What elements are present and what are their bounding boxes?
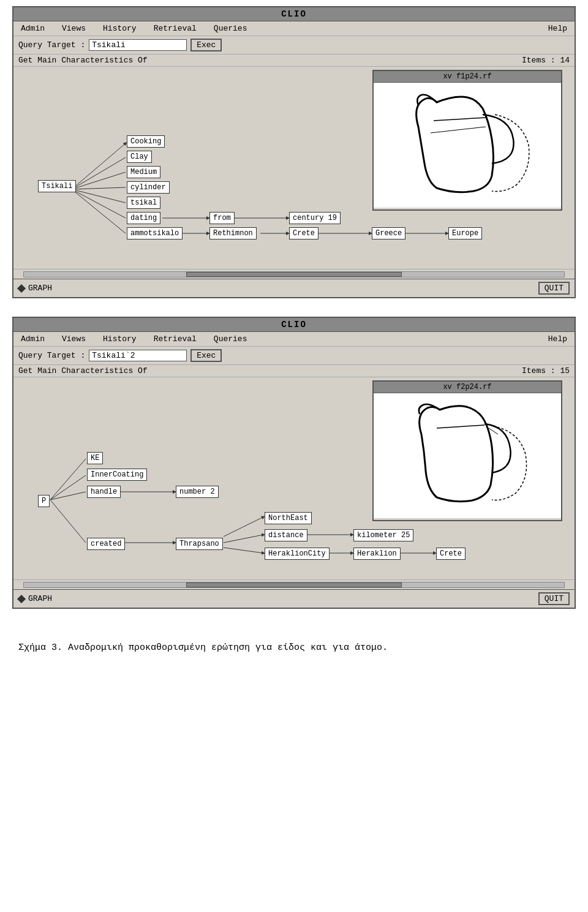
graph-text-2: GRAPH [28, 594, 52, 603]
svg-rect-13 [388, 90, 547, 200]
query-input-2[interactable] [89, 350, 187, 361]
node-cylinder[interactable]: cylinder [127, 181, 170, 194]
svg-rect-28 [388, 401, 547, 511]
node-northeast[interactable]: NorthEast [265, 512, 312, 524]
node-greece[interactable]: Greece [372, 227, 405, 239]
node-medium[interactable]: Medium [127, 166, 160, 178]
svg-line-22 [224, 517, 263, 537]
menu2-help[interactable]: Help [546, 334, 570, 344]
window1-canvas: Tsikali Cooking Clay Medium cylinder tsi… [13, 67, 575, 269]
window1-scrollbar-thumb[interactable] [186, 272, 402, 277]
svg-line-2 [72, 172, 126, 189]
menu2-queries[interactable]: Queries [211, 334, 250, 344]
query-label-2: Query Target : [18, 351, 85, 360]
graph-text-1: GRAPH [28, 284, 52, 293]
node-thrapsano[interactable]: Thrapsano [176, 538, 223, 550]
node-crete2[interactable]: Crete [436, 548, 466, 560]
menu-retrieval[interactable]: Retrieval [151, 23, 199, 34]
menu2-admin[interactable]: Admin [18, 334, 47, 344]
node-kilometer25[interactable]: kilometer 25 [353, 529, 413, 541]
node-handle[interactable]: handle [87, 486, 121, 498]
window1-status-bar: Get Main Characteristics Of Items : 14 [13, 55, 575, 67]
window1-query-bar: Query Target : Exec [13, 36, 575, 55]
svg-line-3 [72, 187, 126, 189]
node-from[interactable]: from [209, 212, 235, 224]
node-europe[interactable]: Europe [448, 227, 482, 239]
node-distance[interactable]: distance [265, 529, 307, 541]
svg-line-23 [224, 535, 263, 543]
window1-title: CLIO [13, 7, 575, 21]
status-right-2: Items : 15 [522, 366, 570, 375]
svg-line-4 [72, 189, 126, 203]
window2-image-panel: xv f2p24.rf [372, 380, 562, 521]
node-ke[interactable]: KE [87, 452, 103, 464]
svg-line-6 [72, 189, 126, 233]
menu2-retrieval[interactable]: Retrieval [151, 334, 199, 344]
menu-queries[interactable]: Queries [211, 23, 250, 34]
window2-scrollbar-thumb[interactable] [186, 582, 402, 587]
node-century19[interactable]: century 19 [289, 212, 341, 224]
node-clay[interactable]: Clay [127, 151, 152, 163]
node-rethimnon[interactable]: Rethimnon [209, 227, 257, 239]
menu-help[interactable]: Help [546, 23, 570, 34]
svg-line-5 [72, 189, 126, 218]
diamond-icon-2 [17, 594, 26, 603]
node-dating[interactable]: dating [127, 212, 160, 224]
quit-button-2[interactable]: QUIT [538, 592, 570, 605]
node-cooking[interactable]: Cooking [127, 135, 165, 148]
window1-graph-label: GRAPH [18, 284, 52, 293]
node-tsikali-main[interactable]: Tsikali [38, 180, 76, 192]
exec-button-1[interactable]: Exec [190, 39, 222, 51]
svg-line-16 [50, 459, 86, 500]
status-left-2: Get Main Characteristics Of [18, 366, 148, 375]
svg-line-18 [50, 492, 86, 500]
menu-admin[interactable]: Admin [18, 23, 47, 34]
menu2-history[interactable]: History [100, 334, 139, 344]
window1: CLIO Admin Views History Retrieval Queri… [12, 6, 576, 298]
node-heraklion[interactable]: Heraklion [353, 548, 401, 560]
window2-graph-label: GRAPH [18, 594, 52, 603]
svg-line-0 [72, 143, 126, 189]
menu-views[interactable]: Views [59, 23, 88, 34]
svg-line-24 [224, 548, 263, 553]
menu2-views[interactable]: Views [59, 334, 88, 344]
exec-button-2[interactable]: Exec [190, 349, 222, 362]
window1-image-panel: xv f1p24.rf [372, 70, 562, 211]
window1-bottom-bar: GRAPH QUIT [13, 279, 575, 297]
node-innercoating[interactable]: InnerCoating [87, 469, 147, 481]
window2-image-title: xv f2p24.rf [374, 382, 561, 393]
window2-canvas: P KE InnerCoating handle number 2 create… [13, 377, 575, 579]
node-ammotsikalo[interactable]: ammotsikalo [127, 227, 183, 239]
node-created[interactable]: created [87, 538, 125, 550]
node-p-main[interactable]: P [38, 495, 50, 507]
window1-image-content [374, 83, 561, 208]
node-tsikal[interactable]: tsikal [127, 197, 160, 209]
query-label-1: Query Target : [18, 40, 85, 50]
node-number2[interactable]: number 2 [176, 486, 219, 498]
menu-history[interactable]: History [100, 23, 139, 34]
svg-line-17 [50, 475, 86, 500]
window2-menubar: Admin Views History Retrieval Queries He… [13, 332, 575, 347]
window2-bottom-bar: GRAPH QUIT [13, 589, 575, 608]
diamond-icon-1 [17, 284, 26, 292]
query-input-1[interactable] [89, 39, 187, 51]
window2-status-bar: Get Main Characteristics Of Items : 15 [13, 365, 575, 377]
window2-scrollbar[interactable] [13, 579, 575, 589]
window2-image-content [374, 393, 561, 518]
caption-text: Σχήμα 3. Αναδρομική προκαθορισμένη ερώτη… [18, 643, 388, 653]
window2-query-bar: Query Target : Exec [13, 347, 575, 365]
window2-title: CLIO [13, 318, 575, 332]
window1-scrollbar-track[interactable] [23, 271, 565, 277]
window1-menubar: Admin Views History Retrieval Queries He… [13, 21, 575, 36]
node-crete[interactable]: Crete [289, 227, 318, 239]
quit-button-1[interactable]: QUIT [538, 282, 570, 295]
window2: CLIO Admin Views History Retrieval Queri… [12, 317, 576, 609]
status-right-1: Items : 14 [522, 56, 570, 65]
svg-line-19 [50, 500, 86, 543]
window2-scrollbar-track[interactable] [23, 582, 565, 588]
node-heraklioncity[interactable]: HeraklionCity [265, 548, 330, 560]
window1-jug-svg [388, 90, 547, 200]
status-left-1: Get Main Characteristics Of [18, 56, 148, 65]
window1-image-title: xv f1p24.rf [374, 71, 561, 83]
window1-scrollbar[interactable] [13, 269, 575, 279]
